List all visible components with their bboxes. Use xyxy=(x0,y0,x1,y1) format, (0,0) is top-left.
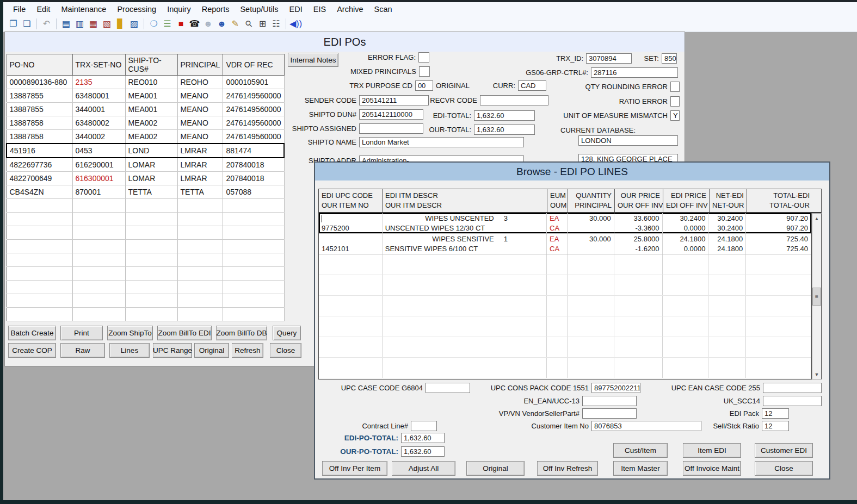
open-folder-up-icon[interactable]: ❏ xyxy=(21,18,33,30)
table-row[interactable]: 138878583440002MEA002MEANO2476149560000 xyxy=(7,130,284,144)
upc-ean-case-code-input[interactable] xyxy=(763,383,822,393)
browse-col-our-price[interactable]: OUR PRICEOUR OFF INV xyxy=(615,189,663,212)
menu-processing[interactable]: Processing xyxy=(112,3,162,15)
table-row-empty[interactable] xyxy=(7,281,284,294)
user-icon[interactable]: ☻ xyxy=(202,18,214,30)
mixed-principals-input[interactable] xyxy=(419,66,430,77)
edi-col-trx-set-no[interactable]: TRX-SET-NO xyxy=(72,54,125,76)
open-folder-icon[interactable]: ❐ xyxy=(7,18,20,30)
browse-col-edi-itm-descr[interactable]: EDI ITM DESCROUR ITM DESCR xyxy=(383,189,547,212)
scrollbar-thumb[interactable]: ≡ xyxy=(812,288,821,306)
table-row-empty[interactable] xyxy=(7,294,284,308)
original-button[interactable]: Original xyxy=(466,461,525,476)
print-button[interactable]: Print xyxy=(60,326,103,340)
browse-row-selected[interactable]: 9775200WIPES UNSCENTED3UNSCENTED WIPES 1… xyxy=(319,213,811,234)
phone-icon[interactable]: ☎ xyxy=(188,18,201,30)
browse-col-net-edi[interactable]: NET-EDINET-OUR xyxy=(710,189,747,212)
curr-input[interactable]: CAD xyxy=(518,80,546,91)
menu-maintenance[interactable]: Maintenance xyxy=(56,3,112,15)
browse-col-eum[interactable]: EUMOUM xyxy=(547,189,568,212)
shipto-name-input[interactable]: London Market xyxy=(359,137,524,147)
table-row-empty[interactable] xyxy=(7,199,284,213)
menu-inquiry[interactable]: Inquiry xyxy=(162,3,196,15)
off-invoice-maint-button[interactable]: Off Invoice Maint xyxy=(683,461,741,476)
trx-purpose-input[interactable]: 00 xyxy=(415,80,433,91)
menu-edi[interactable]: EDI xyxy=(284,3,308,15)
sender-code-input[interactable]: 205141211 xyxy=(359,95,429,105)
browse-col-edi-price[interactable]: EDI PRICEEDI OFF INV xyxy=(663,189,710,212)
set-input[interactable]: 850 xyxy=(662,53,677,64)
customer-edi-button[interactable]: Customer EDI xyxy=(755,443,813,458)
uk-scc14-input[interactable] xyxy=(763,396,822,406)
internal-notes-button[interactable]: Internal Notes xyxy=(288,53,338,67)
scrollbar-up-icon[interactable]: ▲ xyxy=(812,214,821,223)
stop-icon[interactable]: ■ xyxy=(175,18,187,30)
browse-col-edi-upc-code[interactable]: EDI UPC CODEOUR ITEM NO xyxy=(319,189,383,212)
gs06-grp-ctrl-input[interactable]: 287116 xyxy=(591,67,678,78)
edi-col-vdr-of-rec[interactable]: VDR OF REC xyxy=(223,54,284,76)
chart-columns-icon[interactable]: ▊ xyxy=(114,18,127,30)
menu-scan[interactable]: Scan xyxy=(368,3,397,15)
table-row-empty[interactable] xyxy=(7,240,284,253)
undo-icon[interactable]: ↶ xyxy=(40,18,53,30)
browse-row-empty[interactable] xyxy=(319,358,811,378)
recvr-code-input[interactable] xyxy=(480,95,548,105)
table-row[interactable]: 138878553440001MEA001MEANO2476149560000 xyxy=(7,103,284,116)
item-edi-button[interactable]: Item EDI xyxy=(683,443,741,458)
original-button[interactable]: Original xyxy=(194,343,229,358)
zoom-billto-edi-button[interactable]: Zoom BillTo EDI xyxy=(157,326,212,340)
tree-icon[interactable]: ☷ xyxy=(270,18,282,30)
browse-row-empty[interactable] xyxy=(319,337,811,358)
table-row-empty[interactable] xyxy=(7,226,284,240)
table-row-empty[interactable] xyxy=(7,253,284,267)
table-row-selected[interactable]: 4519160453LONDLMRAR881474 xyxy=(7,144,284,158)
sound-icon[interactable]: ◀)) xyxy=(289,18,302,30)
zoom-billto-db-button[interactable]: Zoom BillTo DB xyxy=(216,326,267,340)
browse-row-empty[interactable] xyxy=(319,316,811,337)
close-button[interactable]: Close xyxy=(270,343,301,358)
item-master-button[interactable]: Item Master xyxy=(613,461,668,476)
error-flag-input[interactable] xyxy=(418,52,429,63)
edi-col-ship-to-cus[interactable]: SHIP-TO-CUS# xyxy=(125,54,177,76)
browse-row-empty[interactable] xyxy=(319,275,811,296)
browse-row-empty[interactable] xyxy=(319,296,811,316)
users-icon[interactable]: ☻ xyxy=(215,18,228,30)
table-row[interactable]: 4822700649616300001LOMARLMRAR207840018 xyxy=(7,172,284,185)
upc-cons-pack-code-input[interactable]: 897752002211 xyxy=(591,383,640,393)
off-inv-per-item-button[interactable]: Off Inv Per Item xyxy=(322,461,387,476)
sell-stck-ratio-input[interactable]: 12 xyxy=(762,421,789,431)
scrollbar-down-icon[interactable]: ▼ xyxy=(812,370,821,379)
table-row[interactable]: CB4S4ZN870001TETTATETTA057088 xyxy=(7,185,284,199)
menu-eis[interactable]: EIS xyxy=(308,3,331,15)
close-button[interactable]: Close xyxy=(755,461,813,476)
menu-reports[interactable]: Reports xyxy=(196,3,235,15)
lines-button[interactable]: Lines xyxy=(109,343,150,358)
dropdown-form-icon[interactable]: ▨ xyxy=(128,18,140,30)
table-row[interactable]: 4822697736616290001LOMARLMRAR207840018 xyxy=(7,158,284,172)
new-form-icon[interactable]: ▤ xyxy=(60,18,72,30)
upc-range-button[interactable]: UPC Range xyxy=(153,343,192,358)
detail-form-icon[interactable]: ▥ xyxy=(73,18,86,30)
shipto-dun-input[interactable]: 2051412110000 xyxy=(359,109,423,120)
edi-po-total-input[interactable]: 1,632.60 xyxy=(401,433,445,443)
refresh-button[interactable]: Refresh xyxy=(232,343,263,358)
menu-file[interactable]: File xyxy=(8,3,31,15)
edi-total-input[interactable]: 1,632.60 xyxy=(474,110,535,121)
menu-archive[interactable]: Archive xyxy=(331,3,368,15)
create-cop-button[interactable]: Create COP xyxy=(8,343,56,358)
batch-create-button[interactable]: Batch Create xyxy=(8,326,56,340)
menu-edit[interactable]: Edit xyxy=(31,3,56,15)
browse-col-total-edi[interactable]: TOTAL-EDITOTAL-OUR xyxy=(747,189,812,212)
table-row-empty[interactable] xyxy=(7,267,284,281)
browse-row-empty[interactable] xyxy=(319,254,811,275)
zoom-shipto-button[interactable]: Zoom ShipTo xyxy=(107,326,153,340)
list-icon[interactable]: ☰ xyxy=(161,18,174,30)
our-po-total-input[interactable]: 1,632.60 xyxy=(401,446,445,457)
qty-rounding-error-input[interactable] xyxy=(670,82,680,92)
edi-pack-input[interactable]: 12 xyxy=(762,408,789,419)
edi-col-principal[interactable]: PRINCIPAL xyxy=(177,54,223,76)
next-form-icon[interactable]: ▧ xyxy=(101,18,113,30)
cust-item-button[interactable]: Cust/Item xyxy=(613,443,668,458)
edi-col-po-no[interactable]: PO-NO xyxy=(7,54,72,76)
adjust-all-button[interactable]: Adjust All xyxy=(392,461,455,476)
